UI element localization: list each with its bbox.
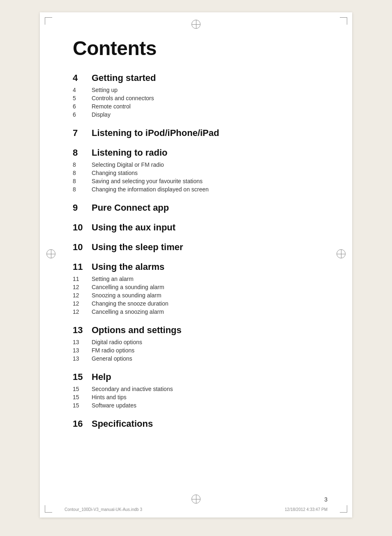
list-item: 8Changing stations (73, 169, 319, 177)
section-items-list: 15Secondary and inactive stations15Hints… (73, 385, 319, 409)
item-label: Cancelling a sounding alarm (92, 284, 164, 290)
page: Contents 4Getting started4Setting up5Con… (40, 12, 352, 518)
crosshair-bottom (191, 495, 201, 505)
toc-section: 8Listening to radio8Selecting Digital or… (73, 147, 319, 193)
item-page-number: 13 (73, 339, 84, 345)
list-item: 6Remote control (73, 102, 319, 110)
section-number: 10 (73, 242, 84, 253)
item-page-number: 13 (73, 355, 84, 362)
section-header: 7Listening to iPod/iPhone/iPad (73, 128, 319, 138)
footer-date: 12/18/2012 4:33:47 PM (285, 507, 327, 512)
toc-section: 7Listening to iPod/iPhone/iPad (73, 128, 319, 138)
item-page-number: 4 (73, 87, 84, 93)
crosshair-left (46, 249, 55, 260)
section-number: 10 (73, 222, 84, 233)
item-label: Software updates (92, 402, 136, 409)
item-label: Changing stations (92, 170, 138, 176)
item-label: Remote control (92, 103, 131, 110)
corner-mark-tr (340, 17, 347, 25)
item-label: FM radio options (92, 347, 134, 354)
list-item: 13FM radio options (73, 346, 319, 354)
item-label: Cancelling a snoozing alarm (92, 308, 164, 315)
item-page-number: 8 (73, 178, 84, 184)
section-number: 16 (73, 419, 84, 429)
list-item: 15Secondary and inactive stations (73, 385, 319, 393)
toc-section: 11Using the alarms11Setting an alarm12Ca… (73, 262, 319, 316)
toc-section: 16Specifications (73, 419, 319, 429)
toc-sections: 4Getting started4Setting up5Controls and… (73, 73, 319, 429)
crosshair-right (337, 249, 346, 260)
item-label: Setting an alarm (92, 276, 134, 282)
list-item: 12Changing the snooze duration (73, 299, 319, 308)
section-title: Pure Connect app (92, 202, 169, 213)
section-title: Using the sleep timer (92, 242, 183, 253)
page-title: Contents (73, 37, 319, 60)
item-page-number: 11 (73, 276, 84, 282)
item-page-number: 5 (73, 95, 84, 101)
item-page-number: 6 (73, 111, 84, 118)
section-header: 8Listening to radio (73, 147, 319, 158)
list-item: 5Controls and connectors (73, 94, 319, 102)
list-item: 15Hints and tips (73, 393, 319, 401)
item-label: Secondary and inactive stations (92, 386, 173, 392)
item-page-number: 15 (73, 402, 84, 409)
section-header: 4Getting started (73, 73, 319, 83)
toc-section: 10Using the aux input (73, 222, 319, 233)
section-number: 15 (73, 372, 84, 382)
item-label: Setting up (92, 87, 118, 93)
section-title: Using the alarms (92, 262, 164, 272)
item-label: Snoozing a sounding alarm (92, 292, 161, 299)
section-header: 11Using the alarms (73, 262, 319, 272)
list-item: 11Setting an alarm (73, 275, 319, 283)
item-label: Changing the snooze duration (92, 300, 168, 307)
list-item: 8Saving and selecting your favourite sta… (73, 177, 319, 185)
list-item: 12Cancelling a snoozing alarm (73, 308, 319, 316)
section-number: 7 (73, 128, 84, 138)
section-header: 15Help (73, 372, 319, 382)
item-page-number: 12 (73, 300, 84, 307)
item-label: Display (92, 111, 111, 118)
list-item: 12Cancelling a sounding alarm (73, 283, 319, 291)
corner-mark-br (340, 505, 347, 513)
section-number: 9 (73, 202, 84, 213)
section-title: Help (92, 372, 111, 382)
section-title: Using the aux input (92, 222, 175, 233)
list-item: 15Software updates (73, 401, 319, 409)
item-page-number: 12 (73, 308, 84, 315)
item-label: General options (92, 355, 132, 362)
item-page-number: 13 (73, 347, 84, 354)
section-number: 4 (73, 73, 84, 83)
toc-section: 4Getting started4Setting up5Controls and… (73, 73, 319, 119)
item-page-number: 12 (73, 284, 84, 290)
section-header: 9Pure Connect app (73, 202, 319, 213)
item-label: Selecting Digital or FM radio (92, 161, 164, 168)
section-number: 8 (73, 147, 84, 158)
list-item: 8Changing the information displayed on s… (73, 185, 319, 193)
item-label: Digital radio options (92, 339, 142, 345)
toc-section: 15Help15Secondary and inactive stations1… (73, 372, 319, 409)
corner-mark-bl (45, 505, 52, 513)
section-title: Options and settings (92, 325, 182, 336)
item-page-number: 15 (73, 386, 84, 392)
corner-mark-tl (45, 17, 52, 25)
section-number: 13 (73, 325, 84, 336)
section-items-list: 4Setting up5Controls and connectors6Remo… (73, 86, 319, 119)
crosshair-top (191, 20, 201, 30)
section-header: 13Options and settings (73, 325, 319, 336)
item-label: Saving and selecting your favourite stat… (92, 178, 203, 184)
toc-section: 10Using the sleep timer (73, 242, 319, 253)
item-page-number: 8 (73, 186, 84, 193)
list-item: 4Setting up (73, 86, 319, 94)
section-header: 10Using the sleep timer (73, 242, 319, 253)
toc-section: 13Options and settings13Digital radio op… (73, 325, 319, 363)
section-header: 16Specifications (73, 419, 319, 429)
list-item: 6Display (73, 110, 319, 119)
footer-filename: Contour_100Di-V3_manual-UK-Aus.indb 3 (65, 507, 142, 512)
item-label: Hints and tips (92, 394, 127, 400)
item-label: Changing the information displayed on sc… (92, 186, 209, 193)
item-page-number: 8 (73, 161, 84, 168)
item-page-number: 8 (73, 170, 84, 176)
section-title: Specifications (92, 419, 153, 429)
section-header: 10Using the aux input (73, 222, 319, 233)
list-item: 12Snoozing a sounding alarm (73, 291, 319, 299)
